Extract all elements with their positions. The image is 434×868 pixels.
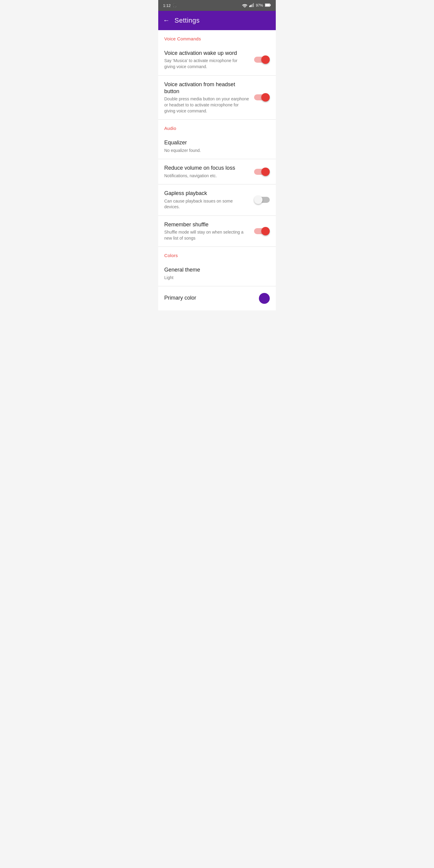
setting-item-primary-color[interactable]: Primary color (158, 286, 276, 310)
toggle-thumb-gapless (254, 195, 262, 204)
svg-rect-0 (249, 5, 250, 7)
setting-desc-equalizer: No equalizer found. (164, 148, 265, 154)
status-time: 1:12 (163, 3, 170, 8)
setting-title-general-theme: General theme (164, 267, 265, 273)
color-circle-primary-color[interactable] (259, 293, 270, 304)
settings-content: Voice CommandsVoice activation wake up w… (158, 30, 276, 310)
setting-item-voice-headset[interactable]: Voice activation from headset buttonDoub… (158, 76, 276, 120)
toggle-voice-headset[interactable] (254, 93, 270, 102)
svg-rect-1 (250, 5, 251, 7)
svg-rect-3 (253, 3, 254, 7)
section-header-voice-commands: Voice Commands (158, 30, 276, 44)
setting-text-voice-wake-word: Voice activation wake up wordSay 'Musica… (164, 50, 254, 70)
setting-desc-remember-shuffle: Shuffle mode will stay on when selecting… (164, 229, 249, 241)
wifi-icon (242, 3, 247, 8)
section-header-colors: Colors (158, 247, 276, 261)
setting-text-remember-shuffle: Remember shuffleShuffle mode will stay o… (164, 221, 254, 241)
setting-item-general-theme: General themeLight (158, 261, 276, 286)
toggle-reduce-volume[interactable] (254, 167, 270, 176)
setting-desc-gapless: Can cause playback issues on some device… (164, 198, 249, 210)
setting-text-general-theme: General themeLight (164, 267, 270, 281)
toggle-gapless[interactable] (254, 195, 270, 204)
setting-item-remember-shuffle[interactable]: Remember shuffleShuffle mode will stay o… (158, 216, 276, 247)
svg-rect-6 (265, 4, 270, 6)
setting-desc-reduce-volume: Notifications, navigation etc. (164, 173, 249, 179)
setting-title-remember-shuffle: Remember shuffle (164, 221, 249, 228)
svg-rect-2 (252, 4, 253, 7)
setting-text-gapless: Gapless playbackCan cause playback issue… (164, 190, 254, 210)
back-button[interactable]: ← (163, 17, 170, 24)
battery-icon (265, 3, 271, 8)
setting-title-voice-wake-word: Voice activation wake up word (164, 50, 249, 57)
page-title: Settings (175, 17, 200, 24)
setting-item-reduce-volume[interactable]: Reduce volume on focus lossNotifications… (158, 159, 276, 184)
setting-item-gapless[interactable]: Gapless playbackCan cause playback issue… (158, 184, 276, 216)
toggle-remember-shuffle[interactable] (254, 227, 270, 236)
status-bar: 1:12 🎧 97% (158, 0, 276, 11)
toggle-voice-wake-word[interactable] (254, 55, 270, 64)
setting-desc-voice-wake-word: Say 'Musica' to activate microphone for … (164, 58, 249, 70)
svg-rect-5 (270, 4, 271, 6)
status-left: 1:12 🎧 (163, 3, 177, 8)
toggle-thumb-reduce-volume (261, 167, 270, 176)
setting-text-primary-color: Primary color (164, 294, 259, 303)
toggle-thumb-voice-headset (261, 93, 270, 101)
toggle-thumb-voice-wake-word (261, 56, 270, 64)
setting-text-voice-headset: Voice activation from headset buttonDoub… (164, 81, 254, 114)
setting-title-primary-color: Primary color (164, 294, 254, 301)
setting-desc-general-theme: Light (164, 275, 265, 281)
toggle-thumb-remember-shuffle (261, 227, 270, 236)
signal-icon (249, 3, 254, 8)
battery-text: 97% (256, 3, 263, 7)
setting-desc-voice-headset: Double press media button on your earpho… (164, 96, 249, 114)
setting-item-voice-wake-word[interactable]: Voice activation wake up wordSay 'Musica… (158, 44, 276, 76)
app-bar: ← Settings (158, 11, 276, 30)
status-right: 97% (242, 3, 271, 8)
headphone-icon: 🎧 (173, 3, 177, 8)
setting-title-equalizer: Equalizer (164, 139, 265, 146)
setting-title-voice-headset: Voice activation from headset button (164, 81, 249, 95)
setting-title-reduce-volume: Reduce volume on focus loss (164, 164, 249, 172)
setting-title-gapless: Gapless playback (164, 190, 249, 197)
setting-item-equalizer: EqualizerNo equalizer found. (158, 134, 276, 159)
setting-text-equalizer: EqualizerNo equalizer found. (164, 139, 270, 153)
setting-text-reduce-volume: Reduce volume on focus lossNotifications… (164, 164, 254, 179)
section-header-audio: Audio (158, 120, 276, 134)
